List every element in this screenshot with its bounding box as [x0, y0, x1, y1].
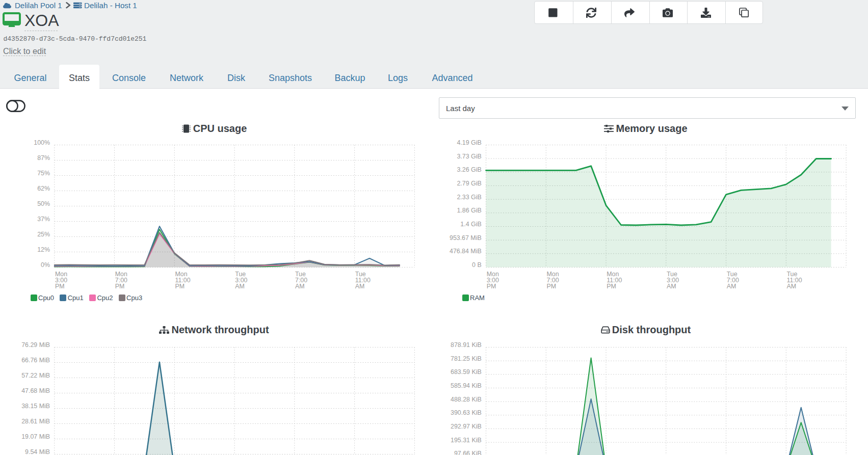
svg-text:476.84 MiB: 476.84 MiB [450, 248, 482, 255]
svg-text:292.97 KiB: 292.97 KiB [451, 423, 482, 430]
svg-text:195.31 KiB: 195.31 KiB [451, 437, 482, 444]
svg-text:97.66 KiB: 97.66 KiB [454, 450, 482, 455]
svg-text:76.29 MiB: 76.29 MiB [21, 341, 50, 349]
svg-text:878.91 KiB: 878.91 KiB [451, 341, 482, 349]
svg-text:781.25 KiB: 781.25 KiB [451, 355, 482, 362]
svg-text:28.61 MiB: 28.61 MiB [21, 418, 50, 425]
svg-text:47.68 MiB: 47.68 MiB [21, 387, 50, 394]
svg-text:683.59 KiB: 683.59 KiB [451, 368, 482, 376]
svg-text:100%: 100% [34, 139, 50, 146]
svg-text:3.73 GiB: 3.73 GiB [457, 153, 481, 160]
svg-text:0%: 0% [41, 261, 50, 269]
svg-text:9.54 MiB: 9.54 MiB [25, 448, 50, 455]
svg-text:38.15 MiB: 38.15 MiB [21, 403, 50, 410]
svg-text:66.76 MiB: 66.76 MiB [21, 357, 50, 364]
svg-text:0 B: 0 B [472, 261, 482, 269]
svg-text:Tue7:00AM: Tue7:00AM [295, 271, 307, 290]
svg-text:Mon7:00PM: Mon7:00PM [115, 271, 127, 290]
svg-text:75%: 75% [37, 170, 50, 177]
svg-text:585.94 KiB: 585.94 KiB [451, 382, 482, 389]
svg-text:Tue3:00AM: Tue3:00AM [235, 271, 247, 290]
svg-text:1.4 GiB: 1.4 GiB [460, 221, 481, 228]
svg-text:Tue11:00AM: Tue11:00AM [787, 271, 802, 290]
svg-text:4.19 GiB: 4.19 GiB [457, 139, 481, 146]
svg-text:37%: 37% [37, 216, 50, 223]
svg-text:25%: 25% [37, 231, 50, 238]
svg-text:50%: 50% [37, 200, 50, 207]
svg-text:62%: 62% [37, 185, 50, 192]
svg-text:Mon7:00PM: Mon7:00PM [547, 271, 559, 290]
svg-text:Tue11:00AM: Tue11:00AM [355, 271, 371, 290]
svg-text:488.28 KiB: 488.28 KiB [451, 396, 482, 403]
svg-text:3.26 GiB: 3.26 GiB [457, 166, 481, 173]
svg-text:2.79 GiB: 2.79 GiB [457, 180, 481, 187]
svg-text:2.33 GiB: 2.33 GiB [457, 194, 481, 201]
svg-text:Mon3:00PM: Mon3:00PM [55, 271, 67, 290]
svg-text:87%: 87% [37, 154, 50, 162]
svg-text:57.22 MiB: 57.22 MiB [21, 372, 50, 379]
svg-text:19.07 MiB: 19.07 MiB [21, 433, 50, 440]
svg-text:390.63 KiB: 390.63 KiB [451, 409, 482, 416]
svg-text:Tue3:00AM: Tue3:00AM [667, 271, 679, 290]
svg-text:953.67 MiB: 953.67 MiB [450, 234, 482, 242]
svg-text:12%: 12% [37, 246, 50, 253]
svg-text:Tue7:00AM: Tue7:00AM [727, 271, 739, 290]
svg-text:1.86 GiB: 1.86 GiB [457, 207, 481, 214]
svg-text:Mon11:00PM: Mon11:00PM [607, 271, 622, 290]
svg-text:Mon11:00PM: Mon11:00PM [175, 271, 191, 290]
svg-text:Mon3:00PM: Mon3:00PM [487, 271, 499, 290]
